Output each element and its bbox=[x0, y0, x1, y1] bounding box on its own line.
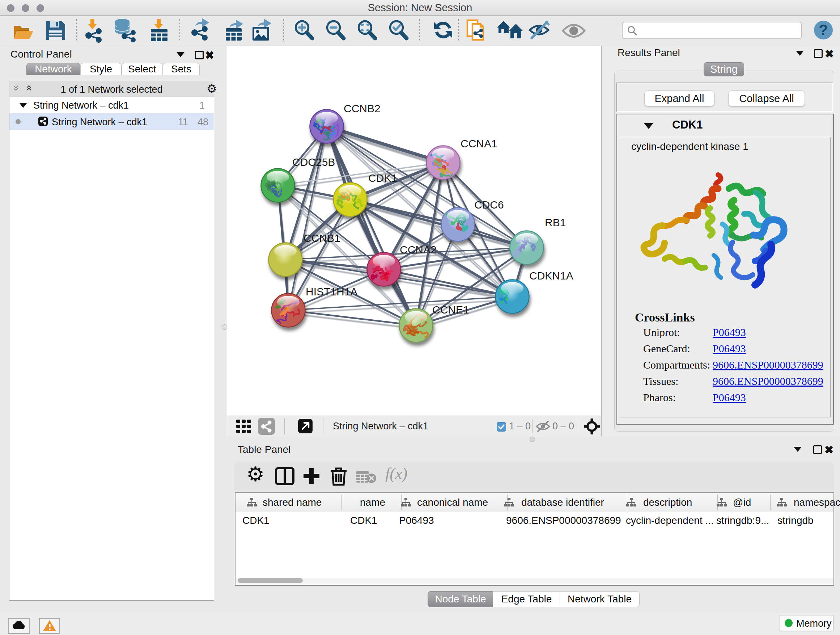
svg-text:RB1: RB1 bbox=[545, 217, 566, 228]
svg-text:CCNE1: CCNE1 bbox=[432, 304, 469, 316]
svg-text:CCNA2: CCNA2 bbox=[400, 244, 437, 256]
svg-text:CDKN1A: CDKN1A bbox=[529, 270, 573, 282]
svg-text:CDC25B: CDC25B bbox=[292, 156, 335, 168]
svg-text:CCNB2: CCNB2 bbox=[344, 103, 381, 114]
svg-text:HIST1H1A: HIST1H1A bbox=[306, 286, 357, 298]
svg-text:CDC6: CDC6 bbox=[474, 199, 504, 211]
svg-text:CCNB1: CCNB1 bbox=[303, 232, 340, 244]
svg-text:CDK1: CDK1 bbox=[368, 172, 397, 184]
svg-text:CCNA1: CCNA1 bbox=[461, 138, 497, 149]
